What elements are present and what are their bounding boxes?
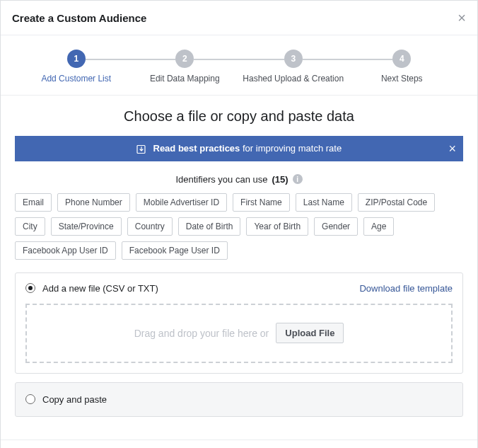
step-number: 3 [284,50,303,68]
step-line [194,59,284,60]
option-add-file-header[interactable]: Add a new file (CSV or TXT) Download fil… [16,273,462,304]
chip-country[interactable]: Country [127,217,173,236]
chip-fb-page-uid[interactable]: Facebook Page User ID [122,241,228,260]
identifier-chips: Email Phone Number Mobile Advertiser ID … [15,193,463,260]
stepper: 1 Add Customer List 2 Edit Data Mapping … [1,35,477,96]
chip-zip[interactable]: ZIP/Postal Code [358,193,435,212]
audience-name-row: Audience name Show description [1,440,477,448]
file-dropzone[interactable]: Drag and drop your file here or Upload F… [25,304,453,363]
step-number: 2 [175,50,194,68]
step-next-steps[interactable]: 4 Next Steps [348,50,457,84]
chip-dob[interactable]: Date of Birth [178,217,241,236]
step-label: Hashed Upload & Creation [243,74,344,84]
modal-title: Create a Custom Audience [12,12,146,24]
banner-text: Read best practices for improving match … [23,143,455,154]
option-copy-paste-header[interactable]: Copy and paste [16,383,462,416]
chip-yob[interactable]: Year of Birth [246,217,308,236]
modal-content: Choose a file or copy and paste data Rea… [1,96,477,440]
banner-rest: for improving match rate [240,143,342,154]
option-add-file-body: Drag and drop your file here or Upload F… [16,304,462,373]
chip-city[interactable]: City [15,217,45,236]
option-copy-paste: Copy and paste [15,382,463,417]
create-audience-modal: Create a Custom Audience × 1 Add Custome… [0,0,478,448]
dropzone-text: Drag and drop your file here or [134,328,269,339]
chip-last-name[interactable]: Last Name [296,193,352,212]
step-label: Next Steps [381,74,423,84]
chip-mobile-advertiser-id[interactable]: Mobile Advertiser ID [136,193,227,212]
chip-email[interactable]: Email [15,193,52,212]
step-hashed-upload[interactable]: 3 Hashed Upload & Creation [239,50,348,84]
modal-header: Create a Custom Audience × [1,1,477,35]
radio-add-file[interactable] [25,283,35,293]
option-copy-paste-title: Copy and paste [42,394,107,405]
chip-age[interactable]: Age [363,217,394,236]
radio-copy-paste[interactable] [25,394,35,404]
step-line [303,59,393,60]
step-label: Add Customer List [41,74,111,84]
identifiers-text: Identifiers you can use [175,174,267,185]
chip-gender[interactable]: Gender [314,217,358,236]
close-icon[interactable]: × [457,11,466,25]
import-icon [136,144,146,154]
step-number: 1 [67,50,86,68]
download-file-template-link[interactable]: Download file template [359,283,453,294]
step-label: Edit Data Mapping [150,74,220,84]
upload-file-button[interactable]: Upload File [276,323,344,343]
option-add-file-title: Add a new file (CSV or TXT) [42,283,158,294]
chip-phone[interactable]: Phone Number [57,193,130,212]
chip-state[interactable]: State/Province [51,217,122,236]
chip-first-name[interactable]: First Name [233,193,290,212]
banner-close-icon[interactable]: × [448,141,456,156]
identifiers-count: (15) [272,174,288,185]
banner-strong: Read best practices [153,143,240,154]
best-practices-banner[interactable]: Read best practices for improving match … [15,136,463,161]
identifiers-label: Identifiers you can use (15) i [15,174,463,185]
info-icon[interactable]: i [293,174,303,184]
option-add-file: Add a new file (CSV or TXT) Download fil… [15,272,463,374]
step-number: 4 [392,50,411,68]
step-line [86,59,176,60]
step-edit-data-mapping[interactable]: 2 Edit Data Mapping [131,50,240,84]
step-add-customer-list[interactable]: 1 Add Customer List [22,50,131,84]
section-title: Choose a file or copy and paste data [15,108,463,125]
chip-fb-app-uid[interactable]: Facebook App User ID [15,241,116,260]
